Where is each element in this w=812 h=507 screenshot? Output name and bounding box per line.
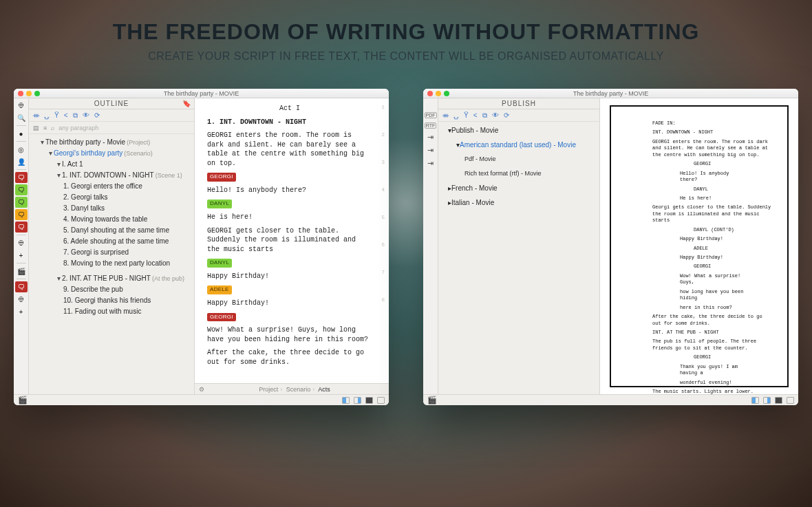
export-icon[interactable]: ⇥	[427, 133, 434, 142]
tree-beat[interactable]: 4. Moving towards the table	[32, 214, 194, 225]
refresh-icon[interactable]: ⟳	[504, 111, 509, 119]
bookmark-icon[interactable]: 🔖	[182, 98, 191, 109]
action-text: After the cake, the three decide to go o…	[207, 348, 372, 367]
act-heading: Act I	[207, 104, 372, 114]
traffic-lights[interactable]	[427, 91, 449, 96]
running-icon[interactable]: 𐀏	[15, 237, 28, 248]
layout-full-icon[interactable]	[365, 397, 373, 404]
publish-french[interactable]: ▸French - Movie	[441, 182, 597, 194]
lines-icon[interactable]: ≡	[43, 125, 47, 131]
list-icon[interactable]: ▤	[33, 125, 39, 131]
hierarchy-icon[interactable]: ᚒ	[33, 111, 39, 119]
close-icon[interactable]	[18, 91, 23, 96]
dialogue-red-icon[interactable]: 🗨	[15, 172, 28, 183]
hero: THE FREEDOM OF WRITING WITHOUT FORMATTIN…	[0, 0, 812, 63]
script-sheet: FADE IN: INT. DOWNTOWN - NIGHT GEORGI en…	[610, 105, 789, 387]
tree-beat[interactable]: 2. Georgi talks	[32, 192, 194, 203]
eye-icon[interactable]: 👁	[492, 111, 499, 119]
run-icon[interactable]: 𐀏	[15, 100, 28, 111]
publish-window: The birthday party - MOVIE PDF RTF ⇥ ⇥ ⇥…	[423, 89, 798, 405]
layout-left-icon[interactable]	[751, 397, 759, 404]
copy-icon[interactable]: ⧉	[73, 111, 78, 120]
tree-beat[interactable]: 6. Adele shouting at the same time	[32, 236, 194, 247]
layout-empty-icon[interactable]	[787, 397, 794, 404]
tree-beat[interactable]: 10. Georgi thanks his friends	[32, 295, 194, 306]
location-icon[interactable]: ◎	[15, 144, 28, 155]
outline-toolbar: ᚒ ⍽ Ÿ < ⧉ 👁 ⟳	[29, 109, 194, 122]
tree-scene2[interactable]: ▾2. INT. AT THE PUB - NIGHT(At the pub)	[32, 273, 194, 284]
layout-full-icon[interactable]	[775, 397, 782, 404]
add-icon[interactable]: +	[15, 250, 28, 261]
dialogue-red2-icon[interactable]: 🗨	[15, 222, 28, 233]
tree-beat[interactable]: 7. Georgi is surprised	[32, 247, 194, 258]
hierarchy-icon[interactable]: ᚒ	[442, 111, 449, 119]
tree-beat[interactable]: 11. Fading out with music	[32, 306, 194, 317]
publish-root[interactable]: ▾Publish - Movie	[441, 125, 597, 136]
character-tag-georgi: GEORGI	[207, 313, 236, 322]
search-input[interactable]: any paragraph	[58, 125, 98, 131]
share-icon[interactable]: <	[64, 111, 68, 119]
layout-right-icon[interactable]	[763, 397, 771, 404]
hero-title: THE FREEDOM OF WRITING WITHOUT FORMATTIN…	[0, 19, 812, 45]
tree-scene1[interactable]: ▾1. INT. DOWNTOWN - NIGHT(Scene 1)	[32, 170, 194, 181]
pdf-icon[interactable]: PDF	[425, 112, 437, 118]
sliders-icon[interactable]: ⚙	[199, 386, 204, 393]
tree-scenario[interactable]: ▾Georgi's birthday party(Scenario)	[32, 148, 194, 159]
publish-standard[interactable]: ▾American standard (last used) - Movie	[441, 139, 597, 151]
branch-icon[interactable]: Ÿ	[464, 111, 469, 119]
tree-icon[interactable]: ⍽	[453, 111, 459, 119]
window-titlebar[interactable]: The birthday party - MOVIE	[14, 89, 389, 98]
tree-icon[interactable]: ⍽	[44, 111, 50, 119]
tree-act[interactable]: ▾I. Act 1	[32, 159, 194, 170]
rtf-icon[interactable]: RTF	[425, 122, 436, 129]
character-tag-adele: ADELE	[207, 285, 232, 294]
clapper-icon[interactable]: 🎬	[427, 396, 437, 404]
minimize-icon[interactable]	[26, 91, 32, 96]
clapper-icon[interactable]: 🎬	[15, 266, 28, 277]
close-icon[interactable]	[427, 91, 433, 96]
tree-beat[interactable]: 5. Danyl shouting at the same time	[32, 225, 194, 236]
editor-footer: ⚙ Project› Scenario› Acts	[195, 383, 389, 394]
character-tag-georgi: GEORGI	[207, 173, 236, 182]
layout-right-icon[interactable]	[354, 397, 361, 404]
dialogue: Wow! What a surprise! Guys, how long hav…	[207, 325, 372, 344]
clapper-icon[interactable]: 🎬	[18, 396, 28, 404]
running2-icon[interactable]: 𐀏	[15, 294, 28, 305]
branch-icon[interactable]: Ÿ	[54, 111, 59, 119]
export3-icon[interactable]: ⇥	[427, 159, 434, 168]
zoom-icon[interactable]	[34, 91, 40, 96]
window-titlebar[interactable]: The birthday party - MOVIE	[423, 89, 798, 98]
traffic-lights[interactable]	[18, 91, 40, 96]
search-icon[interactable]: 🔍	[15, 112, 28, 123]
publish-pdf[interactable]: Pdf - Movie	[441, 153, 597, 165]
loupe-icon[interactable]: ⌕	[51, 125, 54, 131]
tree-beat[interactable]: 9. Describe the pub	[32, 284, 194, 295]
tree-root[interactable]: ▾The birthday party - Movie(Project)	[32, 137, 194, 148]
zoom-icon[interactable]	[444, 91, 449, 96]
publish-rtf[interactable]: Rich text format (rtf) - Movie	[441, 168, 597, 180]
person-icon[interactable]: 👤	[15, 156, 28, 167]
dialogue-red3-icon[interactable]: 🗨	[15, 281, 28, 292]
action-text: GEORGI gets closer to the table. Suddenl…	[207, 226, 372, 255]
slugline: 1. INT. DOWNTOWN - NIGHT	[207, 118, 306, 126]
eye-icon[interactable]: 👁	[83, 111, 89, 119]
layout-left-icon[interactable]	[342, 397, 350, 404]
publish-italian[interactable]: ▸Italian - Movie	[441, 197, 597, 208]
tree-beat[interactable]: 1. Georgi enters the office	[32, 181, 194, 192]
minimize-icon[interactable]	[436, 91, 441, 96]
dot-icon[interactable]: ●	[15, 128, 28, 139]
tree-beat[interactable]: 8. Moving to the next party location	[32, 258, 194, 269]
dialogue-green2-icon[interactable]: 🗨	[15, 197, 28, 208]
add2-icon[interactable]: +	[15, 306, 28, 317]
dialogue: He is here!	[207, 213, 372, 222]
breadcrumb[interactable]: Project› Scenario› Acts	[259, 386, 330, 393]
copy-icon[interactable]: ⧉	[482, 111, 487, 120]
script-editor[interactable]: Act I 1. INT. DOWNTOWN - NIGHT GEORGI en…	[195, 98, 389, 394]
dialogue-green-icon[interactable]: 🗨	[15, 184, 28, 195]
refresh-icon[interactable]: ⟳	[94, 111, 100, 119]
dialogue-orange-icon[interactable]: 🗨	[15, 209, 28, 220]
share-icon[interactable]: <	[473, 111, 478, 119]
tree-beat[interactable]: 3. Danyl talks	[32, 203, 194, 214]
export2-icon[interactable]: ⇥	[427, 146, 434, 155]
layout-empty-icon[interactable]	[377, 397, 385, 404]
